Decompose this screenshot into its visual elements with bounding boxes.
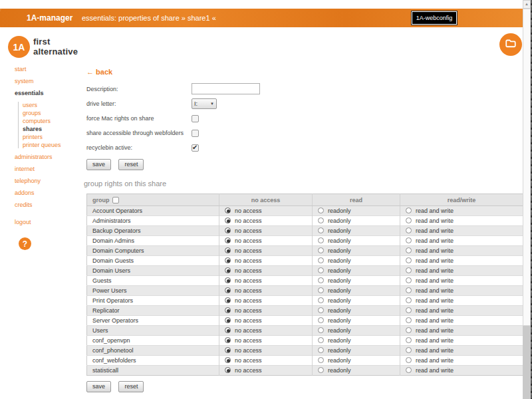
radio-label: readonly bbox=[328, 257, 351, 264]
group-name: Server Operators bbox=[87, 316, 219, 326]
radio-no-access[interactable] bbox=[225, 327, 231, 333]
radio-read-write[interactable] bbox=[406, 227, 412, 233]
radio-readonly[interactable] bbox=[318, 237, 324, 243]
radio-no-access[interactable] bbox=[225, 297, 231, 303]
group-rights-table: group no access read read/write Account … bbox=[86, 194, 523, 376]
scrollbar[interactable]: ▲ bbox=[523, 0, 531, 399]
force-mac-rights-checkbox[interactable] bbox=[192, 115, 199, 122]
sidebar-item-administrators[interactable]: administrators bbox=[15, 154, 81, 160]
form-row-force-mac-rights: force Mac rights on share bbox=[86, 113, 523, 124]
radio-label: read and write bbox=[416, 237, 454, 244]
radio-no-access[interactable] bbox=[225, 247, 231, 253]
radio-no-access[interactable] bbox=[225, 237, 231, 243]
radio-no-access[interactable] bbox=[225, 267, 231, 273]
sidebar-item-start[interactable]: start bbox=[15, 66, 81, 72]
radio-read-write[interactable] bbox=[406, 217, 412, 223]
radio-read-write[interactable] bbox=[406, 297, 412, 303]
top-bar: 1A-manager essentials: properties of sha… bbox=[0, 9, 532, 27]
radio-no-access[interactable] bbox=[225, 357, 231, 363]
group-row: Server Operatorsno accessreadonlyread an… bbox=[87, 316, 523, 326]
scrollbar-up-arrow[interactable]: ▲ bbox=[523, 0, 531, 9]
radio-readonly[interactable] bbox=[318, 357, 324, 363]
webfolders-access-checkbox[interactable] bbox=[192, 130, 199, 137]
radio-no-access[interactable] bbox=[225, 367, 231, 373]
select-all-checkbox[interactable] bbox=[112, 197, 119, 203]
radio-no-access[interactable] bbox=[225, 347, 231, 353]
radio-read-write[interactable] bbox=[406, 247, 412, 253]
radio-label: no access bbox=[235, 247, 262, 254]
group-name: Domain Users bbox=[87, 266, 219, 276]
sidebar-item-groups[interactable]: groups bbox=[23, 110, 81, 116]
back-link[interactable]: ← back bbox=[86, 68, 112, 76]
radio-readonly[interactable] bbox=[318, 347, 324, 353]
sidebar-item-users[interactable]: users bbox=[23, 102, 81, 108]
radio-read-write[interactable] bbox=[406, 207, 412, 213]
group-name: Domain Admins bbox=[87, 236, 219, 246]
sidebar-item-essentials[interactable]: essentials bbox=[15, 90, 81, 96]
radio-no-access[interactable] bbox=[225, 257, 231, 263]
radio-no-access[interactable] bbox=[225, 277, 231, 283]
radio-read-write[interactable] bbox=[406, 327, 412, 333]
radio-no-access[interactable] bbox=[225, 227, 231, 233]
radio-read-write[interactable] bbox=[406, 267, 412, 273]
radio-readonly[interactable] bbox=[318, 217, 324, 223]
radio-label: no access bbox=[235, 307, 262, 314]
radio-readonly[interactable] bbox=[318, 207, 324, 213]
radio-no-access[interactable] bbox=[225, 287, 231, 293]
help-icon[interactable]: ? bbox=[19, 237, 31, 250]
radio-label: read and write bbox=[416, 207, 454, 214]
radio-readonly[interactable] bbox=[318, 277, 324, 283]
radio-read-write[interactable] bbox=[406, 277, 412, 283]
radio-no-access[interactable] bbox=[225, 207, 231, 213]
radio-readonly[interactable] bbox=[318, 297, 324, 303]
radio-read-write[interactable] bbox=[406, 317, 412, 323]
table-reset-button[interactable]: reset bbox=[118, 381, 144, 392]
radio-readonly[interactable] bbox=[318, 327, 324, 333]
radio-readonly[interactable] bbox=[318, 307, 324, 313]
radio-read-write[interactable] bbox=[406, 287, 412, 293]
radio-read-write[interactable] bbox=[406, 367, 412, 373]
radio-read-write[interactable] bbox=[406, 307, 412, 313]
sidebar-item-printer-queues[interactable]: printer queues bbox=[23, 142, 81, 148]
option-cell-read-write: read and write bbox=[400, 366, 523, 376]
sidebar-item-addons[interactable]: addons bbox=[15, 190, 81, 196]
sidebar-item-logout[interactable]: logout bbox=[15, 219, 81, 225]
scrollbar-thumb[interactable] bbox=[523, 9, 531, 326]
reset-button[interactable]: reset bbox=[118, 159, 144, 170]
radio-no-access[interactable] bbox=[225, 317, 231, 323]
radio-read-write[interactable] bbox=[406, 347, 412, 353]
sidebar-item-computers[interactable]: computers bbox=[23, 118, 81, 124]
sidebar-item-internet[interactable]: internet bbox=[15, 166, 81, 172]
radio-no-access[interactable] bbox=[225, 337, 231, 343]
sidebar-item-telephony[interactable]: telephony bbox=[15, 178, 81, 184]
radio-read-write[interactable] bbox=[406, 357, 412, 363]
radio-read-write[interactable] bbox=[406, 337, 412, 343]
radio-readonly[interactable] bbox=[318, 317, 324, 323]
radio-readonly[interactable] bbox=[318, 257, 324, 263]
radio-read-write[interactable] bbox=[406, 237, 412, 243]
radio-readonly[interactable] bbox=[318, 287, 324, 293]
webconfig-button[interactable]: 1A-webconfig bbox=[412, 11, 457, 25]
radio-readonly[interactable] bbox=[318, 367, 324, 373]
group-name: Account Operators bbox=[87, 206, 219, 216]
form-row-recyclebin-active: recyclebin active: bbox=[86, 142, 523, 153]
save-button[interactable]: save bbox=[86, 159, 111, 170]
sidebar-item-shares[interactable]: shares bbox=[23, 126, 81, 132]
radio-read-write[interactable] bbox=[406, 257, 412, 263]
radio-readonly[interactable] bbox=[318, 227, 324, 233]
radio-readonly[interactable] bbox=[318, 247, 324, 253]
recyclebin-active-checkbox[interactable] bbox=[192, 144, 199, 152]
sidebar-item-credits[interactable]: credits bbox=[15, 201, 81, 208]
drive-letter-select[interactable]: I:▼ bbox=[192, 98, 217, 109]
table-save-button[interactable]: save bbox=[86, 381, 111, 392]
sidebar-item-printers[interactable]: printers bbox=[23, 134, 81, 140]
folder-button[interactable] bbox=[499, 33, 522, 56]
radio-no-access[interactable] bbox=[225, 307, 231, 313]
description-input[interactable] bbox=[192, 83, 260, 94]
sidebar-item-system[interactable]: system bbox=[15, 78, 81, 84]
radio-no-access[interactable] bbox=[225, 217, 231, 223]
radio-readonly[interactable] bbox=[318, 267, 324, 273]
radio-label: read and write bbox=[416, 297, 454, 304]
group-rights-heading: group rights on this share bbox=[84, 180, 523, 188]
radio-readonly[interactable] bbox=[318, 337, 324, 343]
